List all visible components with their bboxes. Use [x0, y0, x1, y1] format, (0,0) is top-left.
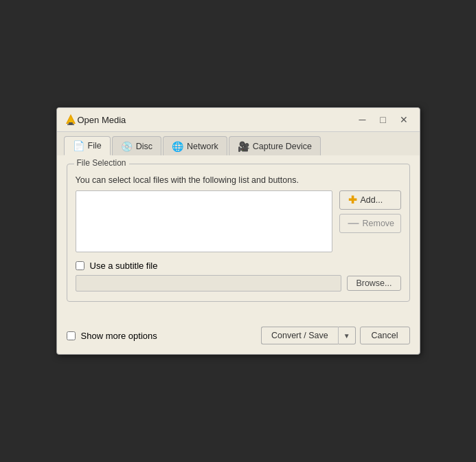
- tab-network[interactable]: 🌐 Network: [163, 136, 227, 155]
- svg-rect-3: [67, 124, 74, 126]
- vlc-icon: [64, 113, 78, 126]
- tab-disc[interactable]: 💿 Disc: [112, 136, 161, 155]
- convert-dropdown-button[interactable]: ▼: [338, 327, 356, 344]
- file-tab-icon: 📄: [73, 140, 84, 151]
- show-more-row: Show more options: [67, 331, 256, 341]
- file-list[interactable]: [76, 190, 332, 252]
- subtitle-path-input[interactable]: [76, 275, 342, 292]
- subtitle-label[interactable]: Use a subtitle file: [90, 261, 158, 271]
- show-more-label[interactable]: Show more options: [81, 331, 157, 341]
- add-button[interactable]: ✚ Add...: [339, 190, 401, 210]
- capture-tab-icon: 🎥: [238, 141, 249, 152]
- minimize-button[interactable]: ─: [354, 112, 372, 127]
- cancel-button[interactable]: Cancel: [360, 327, 410, 344]
- convert-save-button[interactable]: Convert / Save: [261, 327, 338, 344]
- browse-button[interactable]: Browse...: [347, 276, 400, 291]
- file-area: ✚ Add... — Remove: [76, 190, 401, 252]
- open-media-dialog: Open Media ─ □ ✕ 📄 File 💿 Disc 🌐 Network…: [56, 107, 420, 355]
- file-selection-section: File Selection You can select local file…: [67, 164, 410, 302]
- tab-disc-label: Disc: [136, 142, 152, 151]
- section-label: File Selection: [74, 158, 129, 168]
- tab-file[interactable]: 📄 File: [64, 136, 111, 155]
- bottom-bar: Show more options Convert / Save ▼ Cance…: [57, 320, 420, 354]
- maximize-button[interactable]: □: [374, 112, 392, 127]
- description-text: You can select local files with the foll…: [76, 175, 401, 185]
- show-more-checkbox[interactable]: [67, 331, 76, 340]
- tab-capture[interactable]: 🎥 Capture Device: [229, 136, 321, 155]
- subtitle-checkbox[interactable]: [76, 261, 84, 270]
- dropdown-arrow-icon: ▼: [343, 332, 350, 340]
- subtitle-checkbox-row: Use a subtitle file: [76, 261, 401, 271]
- tab-file-label: File: [88, 141, 102, 151]
- tab-network-label: Network: [187, 142, 218, 151]
- remove-icon: —: [348, 217, 359, 230]
- file-buttons: ✚ Add... — Remove: [339, 190, 401, 233]
- window-title: Open Media: [78, 115, 354, 125]
- window-controls: ─ □ ✕: [354, 112, 413, 127]
- remove-button-label: Remove: [363, 219, 395, 228]
- bottom-actions: Convert / Save ▼ Cancel: [261, 327, 410, 344]
- close-button[interactable]: ✕: [395, 112, 413, 127]
- network-tab-icon: 🌐: [172, 141, 183, 152]
- remove-button[interactable]: — Remove: [339, 214, 401, 233]
- tabs-bar: 📄 File 💿 Disc 🌐 Network 🎥 Capture Device: [57, 132, 420, 155]
- disc-tab-icon: 💿: [121, 141, 133, 152]
- titlebar: Open Media ─ □ ✕: [57, 108, 420, 132]
- add-icon: ✚: [348, 194, 357, 206]
- tab-capture-label: Capture Device: [253, 142, 312, 151]
- content-area: File Selection You can select local file…: [57, 155, 420, 320]
- add-button-label: Add...: [361, 195, 383, 205]
- subtitle-file-row: Browse...: [76, 275, 401, 292]
